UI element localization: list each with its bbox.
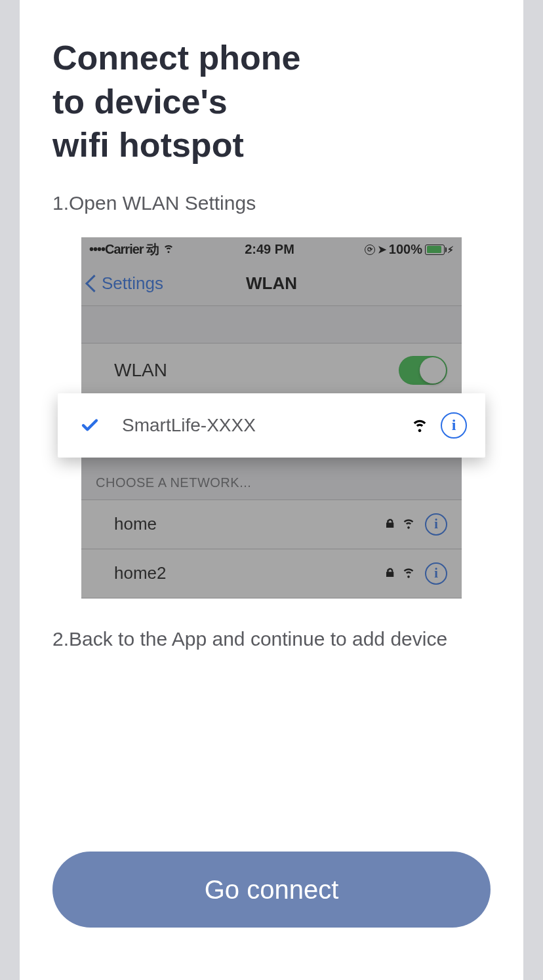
- network-name: home2: [114, 563, 384, 583]
- nav-title: WLAN: [81, 273, 462, 294]
- lock-icon: 🔒︎: [384, 517, 396, 531]
- selected-network-row: SmartLife-XXXX i: [58, 393, 485, 458]
- orientation-lock-icon: ⟳: [365, 245, 375, 255]
- wifi-signal-icon: [163, 242, 174, 257]
- battery-icon: [425, 245, 445, 255]
- wifi-icon: [411, 415, 429, 436]
- wlan-toggle-switch: [399, 356, 447, 385]
- nav-bar: Settings WLAN: [81, 262, 462, 306]
- info-icon: i: [441, 412, 467, 439]
- title-line-2: to device's: [52, 80, 491, 124]
- wifi-icon: [401, 514, 425, 534]
- selected-network-name: SmartLife-XXXX: [104, 415, 411, 436]
- lock-icon: 🔒︎: [384, 566, 396, 580]
- title-line-1: Connect phone: [52, 36, 491, 80]
- info-icon: i: [425, 513, 447, 536]
- instruction-card: Connect phone to device's wifi hotspot 1…: [20, 0, 523, 980]
- status-time: 2:49 PM: [174, 242, 365, 257]
- network-row-home: home 🔒︎ i: [81, 500, 462, 549]
- battery-percent: 100%: [389, 242, 422, 257]
- title-line-3: wifi hotspot: [52, 123, 491, 167]
- carrier-label: ••••Carrier 动: [89, 241, 159, 258]
- network-name: home: [114, 514, 384, 534]
- wlan-toggle-label: WLAN: [114, 360, 167, 381]
- info-icon: i: [425, 562, 447, 585]
- status-bar: ••••Carrier 动 2:49 PM ⟳ ➤ 100% ⚡︎: [81, 237, 462, 262]
- wlan-settings-screenshot: ••••Carrier 动 2:49 PM ⟳ ➤ 100% ⚡︎: [81, 237, 462, 598]
- step-2-text: 2.Back to the App and continue to add de…: [20, 628, 523, 650]
- page-title: Connect phone to device's wifi hotspot: [20, 36, 523, 167]
- step-1-text: 1.Open WLAN Settings: [20, 192, 523, 214]
- spacer-row: [81, 306, 462, 343]
- location-icon: ➤: [378, 243, 386, 256]
- charging-icon: ⚡︎: [447, 245, 454, 255]
- wlan-toggle-row: WLAN: [81, 343, 462, 398]
- network-row-home2: home2 🔒︎ i: [81, 549, 462, 598]
- wifi-icon: [401, 563, 425, 583]
- choose-network-label: CHOOSE A NETWORK...: [81, 462, 462, 500]
- checkmark-icon: [76, 416, 104, 435]
- go-connect-button[interactable]: Go connect: [52, 852, 491, 928]
